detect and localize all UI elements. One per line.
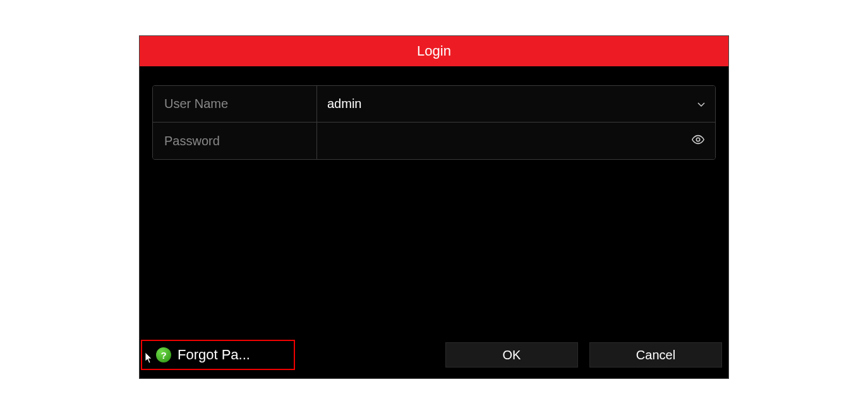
password-row: Password [153, 123, 715, 159]
dialog-title: Login [417, 43, 451, 59]
ok-label: OK [503, 348, 521, 362]
dialog-content: User Name admin Password [140, 66, 728, 160]
username-row: User Name admin [153, 86, 715, 123]
username-label: User Name [153, 86, 317, 122]
login-form: User Name admin Password [152, 85, 716, 160]
password-field-wrapper [317, 123, 715, 159]
help-icon: ? [156, 347, 171, 362]
cancel-label: Cancel [636, 348, 675, 362]
password-label: Password [153, 123, 317, 159]
forgot-password-button[interactable]: ? Forgot Pa... [141, 340, 295, 370]
password-input[interactable] [327, 134, 691, 148]
svg-point-0 [696, 138, 700, 141]
ok-button[interactable]: OK [445, 342, 578, 368]
username-value: admin [327, 97, 697, 111]
username-dropdown[interactable]: admin [317, 86, 715, 122]
dialog-footer: ? Forgot Pa... OK Cancel [140, 338, 728, 378]
chevron-down-icon [697, 99, 705, 109]
cancel-button[interactable]: Cancel [589, 342, 722, 368]
dialog-titlebar: Login [140, 36, 728, 66]
login-dialog: Login User Name admin Password [139, 35, 729, 379]
forgot-password-label: Forgot Pa... [178, 347, 250, 363]
eye-icon[interactable] [691, 133, 705, 149]
cursor-icon [145, 352, 155, 368]
